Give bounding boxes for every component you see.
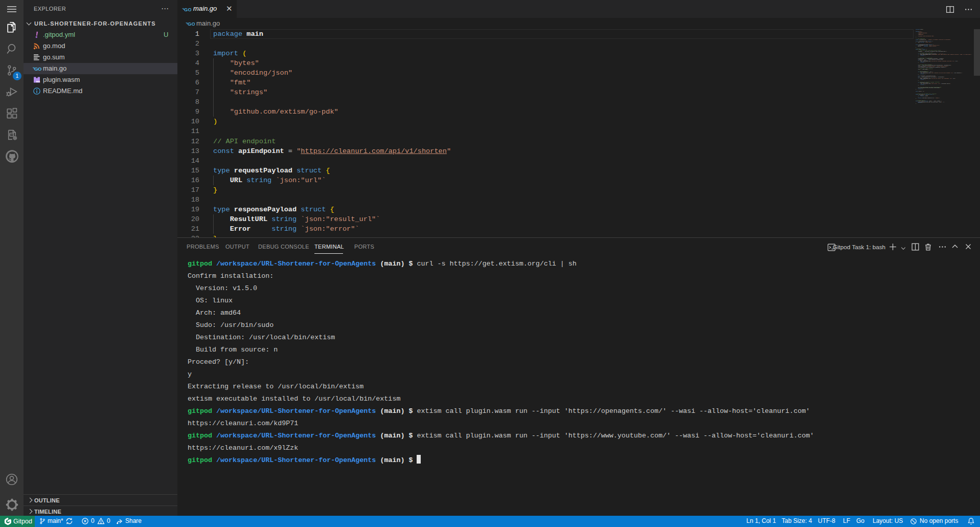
svg-text:GO: GO: [34, 66, 42, 72]
svg-text:GO: GO: [184, 7, 191, 12]
svg-text:wa: wa: [36, 80, 40, 83]
svg-text:GO: GO: [188, 21, 195, 27]
